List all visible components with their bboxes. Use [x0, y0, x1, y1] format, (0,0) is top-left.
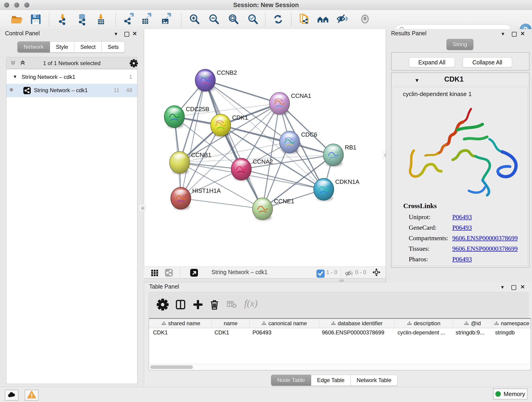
export-image-button[interactable] [161, 13, 173, 26]
edge-ccnb2-hist1h1a[interactable] [181, 80, 205, 198]
table-cell[interactable]: cyclin-dependent ... [395, 328, 453, 337]
float-panel-icon[interactable] [124, 32, 129, 37]
open-in-new-window-icon[interactable] [190, 268, 198, 277]
table-cell[interactable]: 9606.ENSP00000378699 [319, 328, 395, 337]
show-all-button[interactable] [359, 13, 371, 26]
open-session-button[interactable] [11, 13, 23, 26]
close-panel-icon[interactable]: ✕ [520, 31, 525, 37]
toolbar-divider [265, 13, 266, 27]
clone-network-button[interactable] [298, 13, 311, 26]
panel-menu-icon[interactable]: ▼ [500, 285, 505, 290]
panel-menu-icon[interactable]: ▼ [114, 32, 118, 37]
hidden-counts: 0 - 0 [355, 269, 366, 275]
zoom-selected-button[interactable] [247, 13, 259, 26]
tab-network[interactable]: Network [17, 41, 50, 52]
edge-ccna1-hist1h1a[interactable] [181, 103, 279, 198]
float-panel-icon[interactable] [511, 285, 516, 290]
column-header-sharedname[interactable]: shared name [150, 319, 212, 328]
crosslink-link[interactable]: P06493 [452, 224, 472, 231]
table-cell[interactable]: P06493 [250, 328, 319, 337]
import-database-button[interactable] [76, 13, 89, 26]
edge-ccnb2-ccna1[interactable] [205, 80, 279, 103]
zoom-in-button[interactable] [188, 13, 201, 26]
tab-node-table[interactable]: Node Table [271, 375, 311, 386]
tree-row-collection[interactable]: ▼ String Network – cdk1 1 [6, 70, 137, 84]
refresh-layout-button[interactable] [272, 13, 285, 26]
tab-string[interactable]: String [447, 39, 473, 50]
memory-button[interactable]: Memory [493, 389, 527, 400]
export-network-button[interactable] [123, 13, 136, 26]
hide-selected-button[interactable] [336, 13, 349, 26]
import-table-button[interactable] [95, 13, 108, 26]
network-node-rb1[interactable] [323, 144, 343, 167]
table-cell[interactable]: stringdb:9... [453, 328, 492, 337]
column-header-databaseidentifier[interactable]: database identifier [319, 319, 395, 328]
node-label-ccna1: CCNA1 [291, 92, 311, 99]
export-table-button[interactable] [141, 13, 154, 26]
warnings-button[interactable] [25, 390, 38, 401]
tab-select[interactable]: Select [74, 41, 102, 52]
tab-style[interactable]: Style [50, 41, 74, 52]
table-cell[interactable]: CDK1 [150, 328, 212, 337]
close-panel-icon[interactable]: ✕ [133, 31, 137, 37]
save-session-button[interactable] [29, 13, 42, 26]
column-header-description[interactable]: description [395, 319, 453, 328]
gear-icon[interactable] [130, 59, 138, 68]
network-canvas[interactable]: CCNB2CCNA1CDC25BCDK1CDC6RB1CCNB1CCNA2CDK… [144, 29, 386, 267]
string-network-icon [23, 86, 31, 96]
hidden-eye-slash-icon[interactable] [345, 269, 352, 276]
crosslink-link[interactable]: P06493 [452, 213, 472, 221]
network-share-icon[interactable] [165, 268, 173, 277]
node-entry-header[interactable]: ▼ CDK1 [392, 73, 529, 86]
column-header-id[interactable]: @id [453, 319, 492, 328]
tree-row-network[interactable]: String Network – cdk1 11 48 [6, 84, 137, 97]
node-label-ccna2: CCNA2 [253, 158, 273, 165]
scrollbar-thumb[interactable] [150, 365, 193, 369]
expand-all-button[interactable]: Expand All [409, 57, 455, 67]
add-column-icon[interactable] [192, 299, 204, 311]
show-columns-icon[interactable] [175, 299, 186, 311]
crosslink-link[interactable]: P06493 [452, 255, 472, 263]
collection-label: String Network – cdk1 [22, 74, 75, 80]
table-horizontal-scrollbar[interactable] [149, 364, 531, 370]
network-node-cdkn1a[interactable] [314, 178, 334, 201]
import-network-button[interactable] [57, 13, 70, 26]
column-header-name[interactable]: name [212, 319, 250, 328]
zoom-fit-button[interactable] [227, 13, 240, 26]
network-node-hist1h1a[interactable] [171, 187, 191, 210]
network-node-ccnb2[interactable] [195, 69, 215, 92]
table-settings-gear-icon[interactable] [157, 299, 169, 311]
crosslink-link[interactable]: 9606.ENSP00000378699 [452, 235, 518, 242]
tab-edge-table[interactable]: Edge Table [311, 375, 351, 386]
nested-network-button[interactable] [317, 13, 330, 26]
tab-sets[interactable]: Sets [102, 41, 125, 52]
column-header-canonicalname[interactable]: canonical name [250, 319, 319, 328]
collapse-all-button[interactable]: Collapse All [462, 57, 512, 67]
table-cell[interactable]: stringdb [492, 328, 531, 337]
network-node-cdc25b[interactable] [164, 106, 184, 128]
network-node-cdk1[interactable] [210, 114, 231, 137]
close-panel-icon[interactable]: ✕ [520, 284, 525, 290]
birdseye-crosshair-icon[interactable] [372, 268, 382, 278]
table-cell[interactable]: CDK1 [212, 328, 250, 337]
collapse-entry-icon[interactable]: ▼ [414, 77, 419, 83]
collapse-icon[interactable]: ▼ [13, 74, 17, 79]
crosslink-link[interactable]: 9606.ENSP00000378699 [452, 245, 518, 252]
tab-network-table[interactable]: Network Table [351, 375, 398, 386]
panel-menu-icon[interactable]: ▼ [500, 32, 505, 37]
float-panel-icon[interactable] [512, 32, 517, 37]
network-node-ccnb1[interactable] [170, 152, 190, 174]
edge-cdk1-rb1[interactable] [221, 125, 333, 155]
clone-network-icon [298, 13, 311, 27]
network-node-cdc6[interactable] [279, 131, 300, 154]
network-node-ccne1[interactable] [253, 198, 273, 220]
automation-cloud-button[interactable] [5, 390, 19, 401]
selected-checkbox-icon[interactable] [316, 269, 323, 276]
grid-view-icon[interactable] [150, 268, 159, 277]
column-header-namespace[interactable]: namespace [492, 319, 531, 328]
edge-hist1h1a-ccne1[interactable] [181, 198, 263, 209]
network-node-ccna1[interactable] [269, 92, 290, 115]
delete-column-trash-icon[interactable] [209, 299, 220, 311]
network-node-ccna2[interactable] [231, 158, 251, 181]
zoom-out-button[interactable] [208, 13, 220, 26]
